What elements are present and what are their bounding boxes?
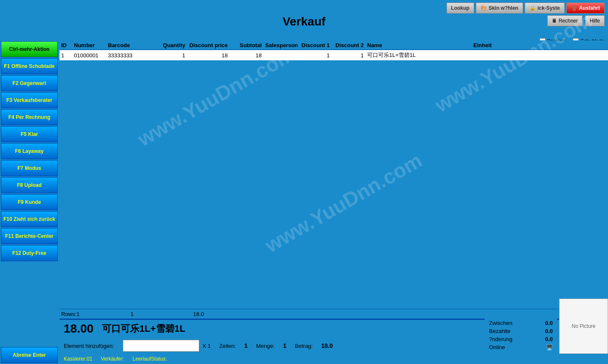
- abreise-label: Abreise Enter: [13, 352, 46, 358]
- rows-total: 18.0: [193, 311, 204, 317]
- ick-syste-button[interactable]: 🔒 ick-Syste: [525, 3, 565, 14]
- f2-gegenwart-button[interactable]: F2 Gegenwart: [1, 75, 58, 91]
- page-title: Verkauf: [283, 15, 325, 28]
- zwischen-value: 0.0: [545, 320, 553, 326]
- rows-quantity: 1: [130, 311, 133, 317]
- skin-icon: 🎨: [481, 5, 487, 11]
- f12-label: F12 Duty-Free: [12, 250, 46, 256]
- online-label: Online: [489, 344, 505, 350]
- header-quantity: Quantity: [157, 42, 187, 48]
- cell-number: 01000001: [72, 51, 106, 59]
- status-bar: Kassierer:01 Verkäufer: LeerlaufStatus:: [59, 354, 608, 364]
- zwischen-label: Zwischen: [489, 320, 512, 326]
- no-picture-text: No Picture: [571, 323, 595, 329]
- f11-label: F11 Berichte-Center: [5, 233, 54, 239]
- f1-label: F1 Offline Schublade: [4, 63, 54, 69]
- f10-zieht-button[interactable]: F10 Zieht sich zurück: [1, 211, 58, 227]
- cell-discount-price: 18: [187, 51, 229, 59]
- hilfe-button[interactable]: Hilfe: [585, 15, 605, 26]
- f3-label: F3 Verkaufsberater: [6, 97, 52, 103]
- no-picture-box: No Picture: [559, 299, 608, 354]
- betrag-label: Betrag:: [295, 343, 313, 349]
- cell-id: 1: [59, 51, 72, 59]
- f5-label: F5 Klar: [21, 131, 38, 137]
- cell-einheit: [472, 54, 514, 56]
- f11-berichte-button[interactable]: F11 Berichte-Center: [1, 228, 58, 244]
- header-discount-price: Discount price: [187, 42, 229, 48]
- online-row: Online 🖥️: [489, 343, 553, 351]
- cell-discount2: 1: [331, 51, 365, 59]
- header-discount2: Discount 2: [331, 42, 365, 48]
- f6-label: F6 Layaway: [15, 148, 43, 154]
- f2-label: F2 Gegenwart: [12, 80, 46, 86]
- table-row[interactable]: 1 01000001 33333333 1 18 18 1 1 可口可乐1L+雪…: [59, 50, 608, 60]
- summary-panel: Zwischen 0.0 Bezahlte 0.0 ?nderung 0.0 O…: [485, 316, 557, 354]
- abreise-enter-button[interactable]: Abreise Enter: [1, 347, 58, 363]
- zeilen-label: Zeilen:: [219, 343, 236, 349]
- exit-icon: 🚪: [571, 5, 577, 11]
- f8-upload-button[interactable]: F8 Upload: [1, 177, 58, 193]
- table-header: ID Number Barcode Quantity Discount pric…: [59, 40, 608, 50]
- header-id: ID: [59, 42, 72, 48]
- online-icon: 🖥️: [546, 344, 553, 350]
- element-label: Element hinzufügen:: [64, 343, 114, 349]
- header-einheit: Einheit: [472, 42, 514, 48]
- f12-duty-button[interactable]: F12 Duty-Free: [1, 245, 58, 261]
- f3-verkaufsberater-button[interactable]: F3 Verkaufsberater: [1, 92, 58, 108]
- f1-offline-button[interactable]: F1 Offline Schublade: [1, 58, 58, 74]
- menge-value: 1: [283, 342, 286, 349]
- sidebar: Ctrl-mehr-Aktion F1 Offline Schublade F2…: [0, 40, 59, 364]
- ctrl-mehr-aktion-button[interactable]: Ctrl-mehr-Aktion: [1, 41, 58, 57]
- cell-salesperson: [263, 54, 297, 56]
- f10-label: F10 Zieht sich zurück: [3, 216, 55, 222]
- lock-icon: 🔒: [529, 5, 536, 11]
- menge-label: Menge:: [256, 343, 274, 349]
- top-buttons-row2: 🖩 Rechner Hilfe: [547, 15, 605, 26]
- header-subtotal: Subtotal: [229, 42, 263, 48]
- cell-barcode: 33333333: [106, 51, 157, 59]
- f5-klar-button[interactable]: F5 Klar: [1, 126, 58, 142]
- rows-label: Rows:1: [61, 311, 79, 317]
- anderung-row: ?nderung 0.0: [489, 335, 553, 343]
- cell-subtotal: 18: [229, 51, 263, 59]
- leerlauf-status: LeerlaufStatus:: [133, 356, 167, 362]
- header-discount1: Discount 1: [297, 42, 331, 48]
- verkaufer-status: Verkäufer:: [101, 356, 124, 362]
- big-product-name: 可口可乐1L+雪碧1L: [102, 322, 185, 335]
- f8-label: F8 Upload: [17, 182, 42, 188]
- f9-kunde-button[interactable]: F9 Kunde: [1, 194, 58, 210]
- f6-layaway-button[interactable]: F6 Layaway: [1, 143, 58, 159]
- table-area: 1 01000001 33333333 1 18 18 1 1 可口可乐1L+雪…: [59, 50, 608, 309]
- zwischen-row: Zwischen 0.0: [489, 319, 553, 327]
- big-price: 18.00: [64, 322, 93, 336]
- f7-label: F7 Modus: [17, 165, 41, 171]
- header-name: Name: [365, 42, 472, 48]
- bezahlte-row: Bezahlte 0.0: [489, 327, 553, 335]
- cell-quantity: 1: [157, 51, 187, 59]
- betrag-value: 18.0: [321, 342, 333, 349]
- header-salesperson: Salesperson: [263, 42, 297, 48]
- f9-label: F9 Kunde: [18, 199, 41, 205]
- anderung-label: ?nderung: [489, 336, 512, 342]
- main-content: ID Number Barcode Quantity Discount pric…: [59, 40, 608, 364]
- f4-per-rechnung-button[interactable]: F4 Per Rechnung: [1, 109, 58, 125]
- f4-label: F4 Per Rechnung: [8, 114, 51, 120]
- ctrl-mehr-label: Ctrl-mehr-Aktion: [9, 46, 49, 52]
- rechner-button[interactable]: 🖩 Rechner: [547, 15, 583, 26]
- calc-icon: 🖩: [552, 18, 557, 24]
- lookup-button[interactable]: Lookup: [447, 3, 474, 14]
- cell-name: 可口可乐1L+雪碧1L: [365, 51, 472, 60]
- f7-modus-button[interactable]: F7 Modus: [1, 160, 58, 176]
- x1-text: X 1: [203, 343, 211, 349]
- bezahlte-label: Bezahlte: [489, 328, 511, 334]
- cell-discount1: 1: [297, 51, 331, 59]
- skin-wahlen-button[interactable]: 🎨 Skin w?hlen: [476, 3, 523, 14]
- kassierer-status: Kassierer:01: [64, 356, 92, 362]
- bezahlte-value: 0.0: [545, 328, 553, 334]
- ausfahrt-button[interactable]: 🚪 Ausfahrt: [566, 3, 605, 14]
- top-buttons-row1: Lookup 🎨 Skin w?hlen 🔒 ick-Syste 🚪 Ausfa…: [447, 3, 605, 14]
- zeilen-value: 1: [244, 342, 248, 349]
- anderung-value: 0.0: [545, 336, 553, 342]
- header-barcode: Barcode: [106, 42, 157, 48]
- element-input[interactable]: [123, 340, 199, 352]
